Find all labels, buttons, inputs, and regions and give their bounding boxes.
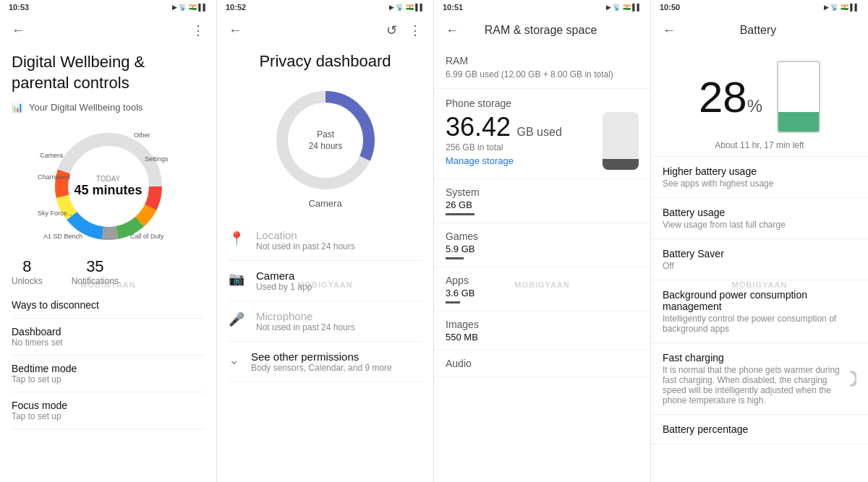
battery-usage-option[interactable]: Battery usage View usage from last full …: [651, 198, 868, 239]
focus-sub: Tap to set up: [12, 411, 205, 421]
storage-big-display: 36.42 GB used: [446, 112, 562, 142]
status-icons-1: ▶ 📡 🇮🇳 ▌▌: [172, 4, 208, 11]
panel-ram-storage: 10:51 ▶ 📡 🇮🇳 ▌▌ ← RAM & storage space RA…: [434, 0, 651, 482]
time-1: 10:53: [9, 3, 29, 12]
network-icons-2: ▶ 📡 🇮🇳 ▌▌: [389, 4, 425, 11]
svg-text:A1 SD Bench: A1 SD Bench: [43, 233, 82, 240]
back-button-1[interactable]: ←: [9, 20, 27, 41]
higher-battery-title: Higher battery usage: [663, 165, 856, 177]
notifications-number: 35: [72, 257, 119, 276]
microphone-title: Microphone: [256, 310, 355, 322]
svg-text:Sky Force...: Sky Force...: [38, 210, 72, 217]
back-button-4[interactable]: ←: [660, 20, 678, 41]
storage-big-value: 36.42: [446, 112, 511, 142]
status-icons-3: ▶ 📡 🇮🇳 ▌▌: [606, 4, 642, 11]
microphone-info: Microphone Not used in past 24 hours: [256, 310, 355, 332]
fast-charging-title: Fast charging: [663, 352, 848, 363]
battery-percent: 28: [699, 73, 747, 121]
svg-text:Camera: Camera: [40, 152, 63, 159]
location-info: Location Not used in past 24 hours: [256, 229, 355, 251]
apps-value: 3.6 GB: [446, 288, 639, 298]
privacy-donut-chart: Past 24 hours: [268, 82, 383, 198]
system-value: 26 GB: [446, 199, 639, 210]
wellbeing-chart: Other Settings Camera Champions Sky Forc…: [36, 121, 181, 251]
battery-icon: [777, 61, 820, 133]
dashboard-item[interactable]: Dashboard No timers set: [12, 319, 205, 356]
fast-charging-option[interactable]: Fast charging It is normal that the phon…: [651, 343, 868, 415]
ram-section: RAM 6.99 GB used (12.00 GB + 8.00 GB in …: [434, 46, 650, 89]
bg-power-sub: Intelligently control the power consumpt…: [663, 314, 856, 334]
panel4-content: 28% About 11 hr, 17 min left Higher batt…: [651, 46, 868, 482]
other-permissions-item[interactable]: ⌄ See other permissions Body sensors, Ca…: [229, 342, 422, 382]
network-icons-4: ▶ 📡 🇮🇳 ▌▌: [824, 4, 859, 11]
privacy-donut-area: Past 24 hours Camera: [229, 82, 422, 209]
back-button-3[interactable]: ←: [443, 20, 461, 41]
games-storage-item: Games 5.9 GB: [434, 223, 650, 267]
battery-saver-title: Battery Saver: [663, 248, 856, 259]
battery-saver-option[interactable]: Battery Saver Off: [651, 239, 868, 280]
watermark-1: MOBIGYAAN: [80, 280, 135, 289]
focus-title: Focus mode: [12, 400, 205, 411]
fast-charging-sub: It is normal that the phone gets warmer …: [663, 365, 848, 405]
wellbeing-tools: 📊 Your Digital Wellbeing tools: [12, 102, 205, 113]
refresh-button-2[interactable]: ↺: [383, 20, 400, 41]
location-title: Location: [256, 229, 355, 241]
today-label: TODAY: [74, 175, 142, 183]
storage-total: 256 GB in total: [446, 142, 562, 152]
system-label: System: [446, 186, 639, 198]
unlocks-number: 8: [12, 257, 43, 276]
panel2-content: Privacy dashboard Past 24 hours Camera 📍…: [217, 46, 433, 482]
fast-charging-text: Fast charging It is normal that the phon…: [663, 352, 848, 405]
menu-button-2[interactable]: ⋮: [406, 20, 425, 41]
battery-usage-sub: View usage from last full charge: [663, 220, 856, 230]
focus-mode[interactable]: Focus mode Tap to set up: [12, 392, 205, 429]
bedtime-mode[interactable]: Bedtime mode Tap to set up: [12, 356, 205, 392]
back-button-2[interactable]: ←: [226, 20, 244, 41]
menu-button-1[interactable]: ⋮: [189, 20, 208, 41]
battery-percentage-title: Battery percentage: [663, 423, 856, 435]
location-icon: 📍: [229, 231, 244, 246]
permissions-title: See other permissions: [251, 350, 392, 363]
ways-to-disconnect[interactable]: Ways to disconnect: [12, 292, 205, 319]
unlocks-label: Unlocks: [12, 276, 43, 286]
panel-privacy-dashboard: 10:52 ▶ 📡 🇮🇳 ▌▌ ← ↺ ⋮ Privacy dashboard …: [217, 0, 434, 482]
svg-text:24 hours: 24 hours: [308, 141, 342, 151]
svg-text:Other: Other: [134, 132, 150, 139]
status-bar-4: 10:50 ▶ 📡 🇮🇳 ▌▌: [651, 0, 868, 14]
fast-charging-toggle[interactable]: [848, 371, 856, 387]
toolbar-2: ← ↺ ⋮: [217, 14, 433, 46]
panel1-title: Digital Wellbeing &parental controls: [12, 52, 205, 93]
higher-battery-option[interactable]: Higher battery usage See apps with highe…: [651, 157, 868, 198]
bg-power-option[interactable]: Background power consumption management …: [651, 280, 868, 343]
apps-storage-item: Apps 3.6 GB: [434, 267, 650, 311]
images-storage-item: Images 550 MB: [434, 311, 650, 350]
permissions-info: See other permissions Body sensors, Cale…: [251, 350, 392, 373]
svg-text:Champions: Champions: [38, 173, 71, 181]
location-item[interactable]: 📍 Location Not used in past 24 hours: [229, 220, 422, 261]
bar-chart-icon: 📊: [12, 102, 23, 113]
images-value: 550 MB: [446, 332, 639, 343]
toolbar-4: ← Battery: [651, 14, 868, 46]
dashboard-sub: No timers set: [12, 337, 205, 348]
status-icons-2: ▶ 📡 🇮🇳 ▌▌: [389, 4, 425, 11]
microphone-item[interactable]: 🎤 Microphone Not used in past 24 hours: [229, 301, 422, 342]
permissions-sub: Body sensors, Calendar, and 9 more: [251, 363, 392, 373]
panel2-title: Privacy dashboard: [229, 52, 422, 71]
battery-percentage-option[interactable]: Battery percentage: [651, 415, 868, 444]
chevron-down-icon: ⌄: [229, 352, 239, 368]
ram-storage-title: RAM & storage space: [485, 24, 597, 37]
tools-label: Your Digital Wellbeing tools: [29, 102, 143, 113]
games-label: Games: [446, 231, 639, 242]
bg-power-title: Background power consumption management: [663, 289, 856, 312]
manage-storage-button[interactable]: Manage storage: [446, 155, 562, 166]
donut-sublabel: Camera: [308, 198, 341, 209]
battery-percent-display: 28%: [699, 72, 762, 122]
phone-storage-section: Phone storage 36.42 GB used 256 GB in to…: [434, 89, 650, 179]
svg-text:Settings: Settings: [145, 155, 169, 163]
dashboard-title: Dashboard: [12, 326, 205, 337]
storage-big-unit: GB used: [517, 126, 562, 138]
battery-header: 28%: [651, 46, 868, 140]
system-bar: [446, 213, 475, 215]
storage-row: 36.42 GB used 256 GB in total Manage sto…: [446, 112, 639, 170]
panel-battery: 10:50 ▶ 📡 🇮🇳 ▌▌ ← Battery 28% About 11 h…: [651, 0, 868, 482]
